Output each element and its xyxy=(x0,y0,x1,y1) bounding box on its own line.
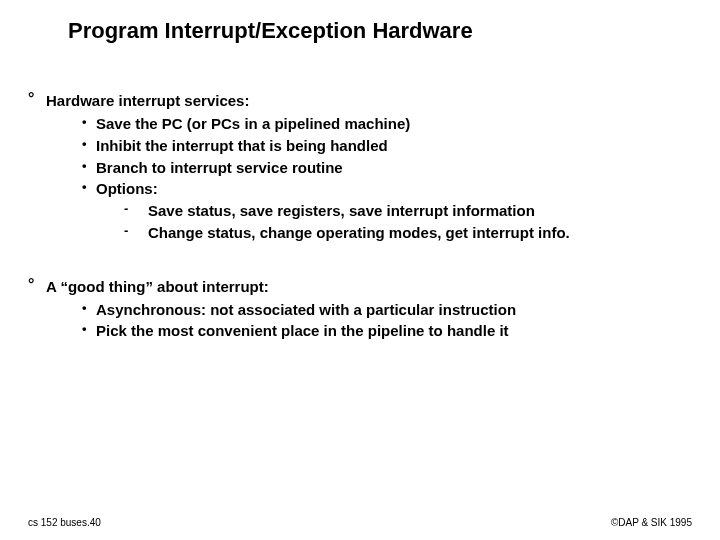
section-0: Hardware interrupt services: Save the PC… xyxy=(28,92,692,244)
list-item: Asynchronous: not associated with a part… xyxy=(82,299,692,321)
section-lead: Hardware interrupt services: xyxy=(28,92,692,109)
section-1: A “good thing” about interrupt: Asynchro… xyxy=(28,278,692,343)
slide: Program Interrupt/Exception Hardware Har… xyxy=(0,0,720,540)
footer: cs 152 buses.40 ©DAP & SIK 1995 xyxy=(28,517,692,528)
page-title: Program Interrupt/Exception Hardware xyxy=(68,18,692,44)
list-item: Branch to interrupt service routine xyxy=(82,157,692,179)
list-item-label: Options: xyxy=(96,180,158,197)
footer-right: ©DAP & SIK 1995 xyxy=(611,517,692,528)
list-item: Inhibit the interrupt that is being hand… xyxy=(82,135,692,157)
list-item: Change status, change operating modes, g… xyxy=(124,222,692,244)
list-item: Pick the most convenient place in the pi… xyxy=(82,320,692,342)
section-lead: A “good thing” about interrupt: xyxy=(28,278,692,295)
list-item: Save the PC (or PCs in a pipelined machi… xyxy=(82,113,692,135)
list-item: Options: Save status, save registers, sa… xyxy=(82,178,692,243)
footer-left: cs 152 buses.40 xyxy=(28,517,101,528)
bullet-list: Asynchronous: not associated with a part… xyxy=(28,299,692,343)
sub-bullet-list: Save status, save registers, save interr… xyxy=(96,200,692,244)
list-item: Save status, save registers, save interr… xyxy=(124,200,692,222)
bullet-list: Save the PC (or PCs in a pipelined machi… xyxy=(28,113,692,244)
